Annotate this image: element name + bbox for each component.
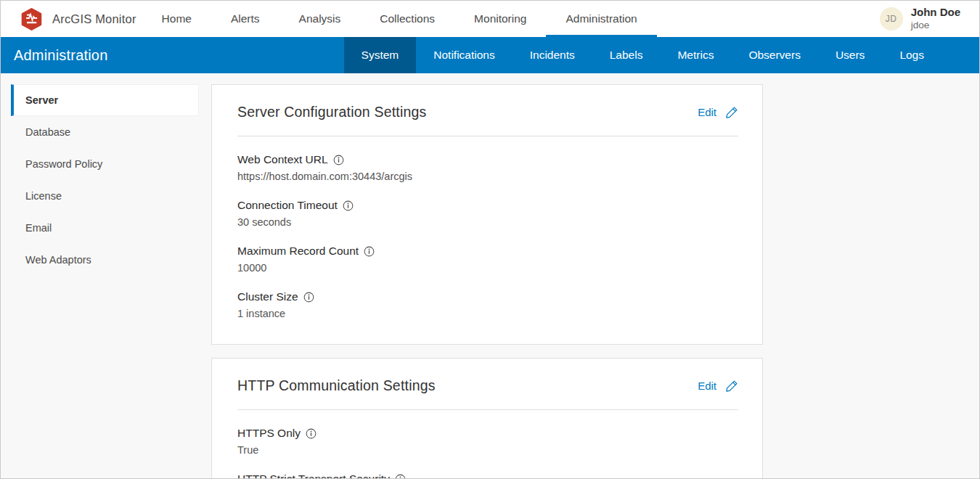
nav-administration[interactable]: Administration — [546, 1, 656, 37]
info-icon[interactable] — [343, 200, 354, 211]
info-icon[interactable] — [306, 428, 317, 439]
sidebar-item-server[interactable]: Server — [11, 84, 199, 116]
page-title: Administration — [14, 47, 108, 64]
tab-observers[interactable]: Observers — [731, 37, 818, 73]
tab-labels[interactable]: Labels — [592, 37, 661, 73]
tab-system[interactable]: System — [344, 37, 417, 73]
info-icon[interactable] — [303, 292, 314, 303]
field-value: https://host.domain.com:30443/arcgis — [237, 171, 738, 182]
field-value: 1 instance — [237, 308, 738, 319]
nav-monitoring[interactable]: Monitoring — [454, 1, 546, 37]
card-title: Server Configuration Settings — [237, 104, 427, 120]
pencil-icon — [725, 106, 738, 119]
field-value: 30 seconds — [237, 216, 738, 228]
info-icon[interactable] — [333, 155, 344, 165]
sidebar-item-web-adaptors[interactable]: Web Adaptors — [11, 244, 199, 276]
avatar: JD — [880, 7, 903, 30]
user-info: John Doe jdoe — [911, 6, 960, 32]
field-cluster-size: Cluster Size 1 instance — [237, 290, 738, 319]
nav-analysis[interactable]: Analysis — [279, 1, 361, 37]
field-label: Maximum Record Count — [237, 245, 359, 258]
top-bar: ArcGIS Monitor Home Alerts Analysis Coll… — [1, 1, 979, 37]
sidebar-item-email[interactable]: Email — [11, 212, 199, 244]
nav-collections[interactable]: Collections — [360, 1, 454, 37]
nav-alerts[interactable]: Alerts — [211, 1, 279, 37]
sidebar-item-license[interactable]: License — [11, 180, 199, 212]
edit-label: Edit — [698, 380, 716, 392]
tab-metrics[interactable]: Metrics — [660, 37, 731, 73]
card-header: Server Configuration Settings Edit — [237, 104, 738, 120]
brand: ArcGIS Monitor — [20, 7, 136, 31]
primary-nav: Home Alerts Analysis Collections Monitor… — [142, 1, 657, 37]
tab-incidents[interactable]: Incidents — [513, 37, 592, 73]
admin-header-bar: Administration System Notifications Inci… — [1, 37, 979, 73]
field-label: Web Context URL — [237, 153, 328, 166]
edit-server-configuration-button[interactable]: Edit — [698, 106, 738, 119]
card-title: HTTP Communication Settings — [237, 377, 436, 394]
server-configuration-card: Server Configuration Settings Edit — [211, 84, 763, 345]
field-value: True — [237, 444, 738, 456]
card-divider — [237, 136, 738, 136]
field-label: HTTP Strict Transport Security — [237, 472, 390, 479]
nav-home[interactable]: Home — [142, 1, 211, 37]
app-window: ArcGIS Monitor Home Alerts Analysis Coll… — [0, 0, 980, 479]
field-connection-timeout: Connection Timeout 30 seconds — [237, 199, 738, 228]
http-communication-card: HTTP Communication Settings Edit — [211, 358, 763, 479]
info-icon[interactable] — [395, 474, 406, 479]
user-name: John Doe — [911, 6, 960, 20]
edit-label: Edit — [698, 106, 716, 118]
tab-notifications[interactable]: Notifications — [416, 37, 512, 73]
field-label: Connection Timeout — [237, 199, 338, 212]
tab-users[interactable]: Users — [818, 37, 882, 73]
card-divider — [237, 409, 738, 410]
settings-sidebar: Server Database Password Policy License … — [1, 73, 211, 479]
info-icon[interactable] — [364, 246, 375, 257]
pencil-icon — [725, 380, 738, 393]
field-label: Cluster Size — [237, 290, 298, 303]
admin-tabs: System Notifications Incidents Labels Me… — [344, 37, 942, 73]
field-value: 10000 — [237, 262, 738, 274]
field-web-context-url: Web Context URL https://host.domain.com:… — [237, 153, 738, 182]
tab-logs[interactable]: Logs — [882, 37, 942, 73]
field-maximum-record-count: Maximum Record Count 10000 — [237, 245, 738, 274]
user-menu[interactable]: JD John Doe jdoe — [880, 6, 960, 32]
card-header: HTTP Communication Settings Edit — [237, 377, 738, 394]
field-https-only: HTTPS Only True — [237, 427, 738, 456]
edit-http-communication-button[interactable]: Edit — [698, 380, 738, 393]
settings-main: Server Configuration Settings Edit — [211, 73, 979, 479]
sidebar-item-database[interactable]: Database — [11, 116, 199, 148]
content-area: Server Database Password Policy License … — [1, 73, 979, 479]
brand-title: ArcGIS Monitor — [52, 12, 136, 26]
user-username: jdoe — [911, 20, 960, 32]
field-label: HTTPS Only — [237, 427, 301, 440]
arcgis-monitor-logo-icon — [20, 7, 43, 31]
field-http-strict-transport-security: HTTP Strict Transport Security — [237, 472, 738, 479]
sidebar-item-password-policy[interactable]: Password Policy — [11, 148, 199, 180]
